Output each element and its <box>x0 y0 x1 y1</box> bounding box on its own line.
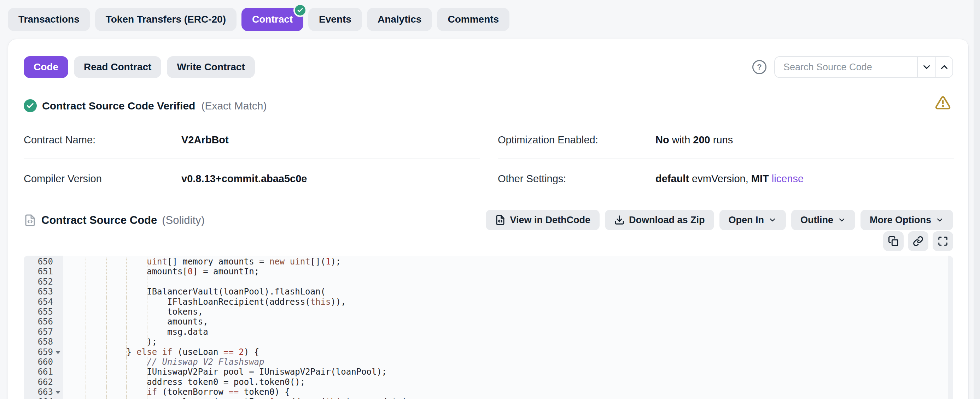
code-editor[interactable]: 650 uint[] memory amounts = new uint[](1… <box>24 256 953 399</box>
indent-guide <box>86 387 86 397</box>
link-button[interactable] <box>908 231 928 251</box>
fold-arrow-icon[interactable] <box>56 351 60 354</box>
code-text: amounts, <box>63 317 948 327</box>
tab-analytics[interactable]: Analytics <box>367 8 433 31</box>
indent-guide <box>126 267 127 277</box>
line-number: 650 <box>24 257 63 267</box>
indent-guide <box>106 347 107 357</box>
indent-guide <box>86 347 86 357</box>
indent-guide <box>86 377 86 387</box>
indent-guide <box>147 387 148 397</box>
code-text: msg.data <box>63 327 948 337</box>
indent-guide <box>147 357 148 367</box>
metadata-compiler-version: Compiler Versionv0.8.13+commit.abaa5c0e <box>24 172 480 185</box>
indent-guide <box>126 257 127 267</box>
line-number: 662 <box>24 377 63 387</box>
source-code-header: Contract Source Code (Solidity) <box>24 213 205 228</box>
indent-guide <box>86 287 86 297</box>
indent-guide <box>147 277 148 287</box>
indent-guide <box>126 287 127 297</box>
license-link[interactable]: license <box>772 173 803 184</box>
line-number: 659 <box>24 347 63 357</box>
fullscreen-button[interactable] <box>932 231 953 251</box>
download-as-zip-button[interactable]: Download as Zip <box>605 210 714 230</box>
code-text: } else if (useLoan == 2) { <box>63 347 948 357</box>
indent-guide <box>106 397 107 399</box>
code-text <box>63 277 948 287</box>
code-text: amounts[0] = amountIn; <box>63 267 948 277</box>
metadata-divider <box>24 158 480 159</box>
indent-guide <box>147 397 148 399</box>
indent-guide <box>126 347 127 357</box>
line-number: 664 <box>24 397 63 399</box>
verified-badge-icon <box>293 3 307 17</box>
button-label: View in DethCode <box>510 215 590 226</box>
indent-guide <box>147 267 148 277</box>
code-text: if (tokenBorrow == token0) { <box>63 387 948 397</box>
code-scrollbar[interactable] <box>948 256 953 399</box>
indent-guide <box>126 307 127 317</box>
indent-guide <box>147 287 148 297</box>
fold-arrow-icon[interactable] <box>56 391 60 394</box>
tab-events[interactable]: Events <box>308 8 362 31</box>
indent-guide <box>126 277 127 287</box>
code-line-664: 664 pool.swap(amountIn, 0, address(this)… <box>24 397 948 399</box>
tab-comments[interactable]: Comments <box>437 8 509 31</box>
subtab-write-contract[interactable]: Write Contract <box>167 56 255 78</box>
metadata-value: v0.8.13+commit.abaa5c0e <box>181 172 307 185</box>
chevron-down-icon <box>921 62 932 72</box>
open-in-button[interactable]: Open In <box>719 210 786 230</box>
indent-guide <box>86 327 86 337</box>
metadata-label: Compiler Version <box>24 172 181 185</box>
view-in-dethcode-button[interactable]: View in DethCode <box>486 210 600 230</box>
search-source-code-input[interactable] <box>775 57 917 77</box>
code-text: IUniswapV2Pair pool = IUniswapV2Pair(loa… <box>63 367 948 377</box>
tab-token-transfers-erc-20[interactable]: Token Transfers (ERC-20) <box>95 8 237 31</box>
code-text: // Uniswap V2 Flashswap <box>63 357 948 367</box>
metadata-divider <box>498 158 954 159</box>
indent-guide <box>126 397 127 399</box>
indent-guide <box>106 337 107 347</box>
line-number: 653 <box>24 287 63 297</box>
code-line-659: 659 } else if (useLoan == 2) { <box>24 347 948 357</box>
indent-guide <box>106 367 107 377</box>
metadata-other-settings: Other Settings:default evmVersion, MIT l… <box>498 172 954 185</box>
code-text: IBalancerVault(loanPool).flashLoan( <box>63 287 948 297</box>
button-label: Download as Zip <box>629 215 705 226</box>
indent-guide <box>106 387 107 397</box>
search-next-button[interactable] <box>917 57 935 77</box>
more-options-button[interactable]: More Options <box>861 210 953 230</box>
indent-guide <box>106 297 107 307</box>
code-line-657: 657 msg.data <box>24 327 948 337</box>
subtab-code[interactable]: Code <box>24 56 68 78</box>
indent-guide <box>86 337 86 347</box>
search-prev-button[interactable] <box>935 57 953 77</box>
code-lines: 650 uint[] memory amounts = new uint[](1… <box>24 257 948 399</box>
code-line-658: 658 ); <box>24 337 948 347</box>
line-number: 652 <box>24 277 63 287</box>
button-label: More Options <box>870 215 931 226</box>
tab-transactions[interactable]: Transactions <box>8 8 90 31</box>
tab-contract[interactable]: Contract <box>242 8 303 31</box>
source-code-language: (Solidity) <box>162 214 205 227</box>
indent-guide <box>126 377 127 387</box>
help-icon[interactable]: ? <box>752 60 767 74</box>
chevron-down-icon <box>768 216 777 224</box>
line-number: 661 <box>24 367 63 377</box>
link-icon <box>913 236 923 247</box>
page-scrollbar[interactable] <box>974 0 980 399</box>
subtab-read-contract[interactable]: Read Contract <box>74 56 161 78</box>
button-label: Outline <box>800 215 833 226</box>
copy-button[interactable] <box>883 231 904 251</box>
metadata-label: Other Settings: <box>498 172 655 185</box>
indent-guide <box>126 367 127 377</box>
line-number: 654 <box>24 297 63 307</box>
warning-icon[interactable] <box>934 95 951 111</box>
code-text: tokens, <box>63 307 948 317</box>
metadata-contract-name: Contract Name:V2ArbBot <box>24 133 480 147</box>
indent-guide <box>126 317 127 327</box>
outline-button[interactable]: Outline <box>791 210 855 230</box>
indent-guide <box>106 377 107 387</box>
metadata-value: default evmVersion, MIT license <box>655 172 803 185</box>
code-line-653: 653 IBalancerVault(loanPool).flashLoan( <box>24 287 948 297</box>
